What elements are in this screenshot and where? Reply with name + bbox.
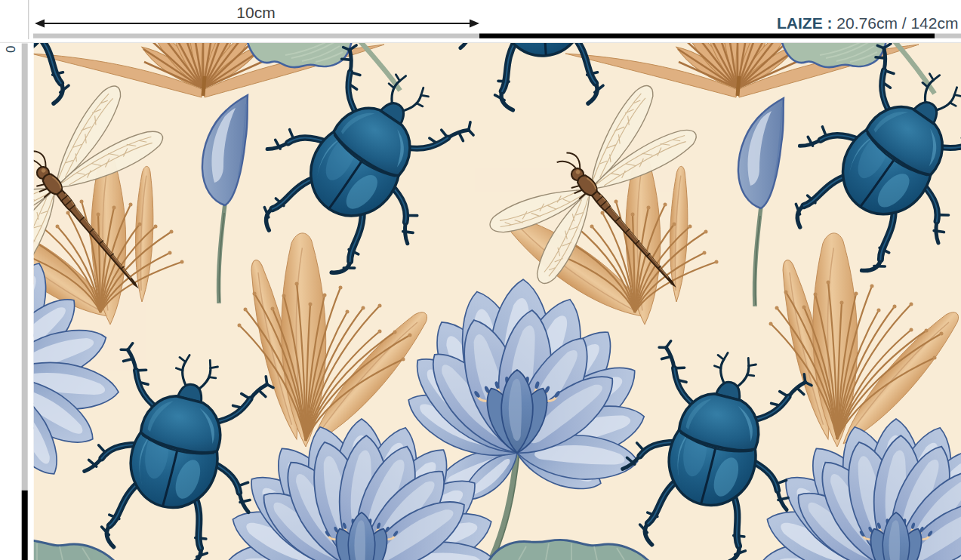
svg-text:10cm: 10cm [236,4,275,21]
svg-text:0: 0 [3,46,17,53]
svg-text:LAIZE : 20.76cm / 142cm: LAIZE : 20.76cm / 142cm [777,14,958,32]
